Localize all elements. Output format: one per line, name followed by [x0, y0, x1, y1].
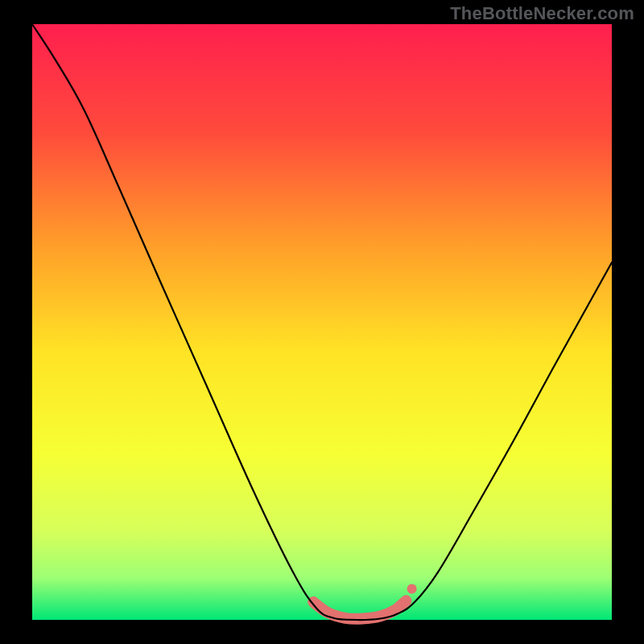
highlight-dot [407, 584, 417, 594]
plot-background [32, 24, 612, 620]
chart-frame: TheBottleNecker.com [0, 0, 644, 644]
chart-svg [0, 0, 644, 644]
